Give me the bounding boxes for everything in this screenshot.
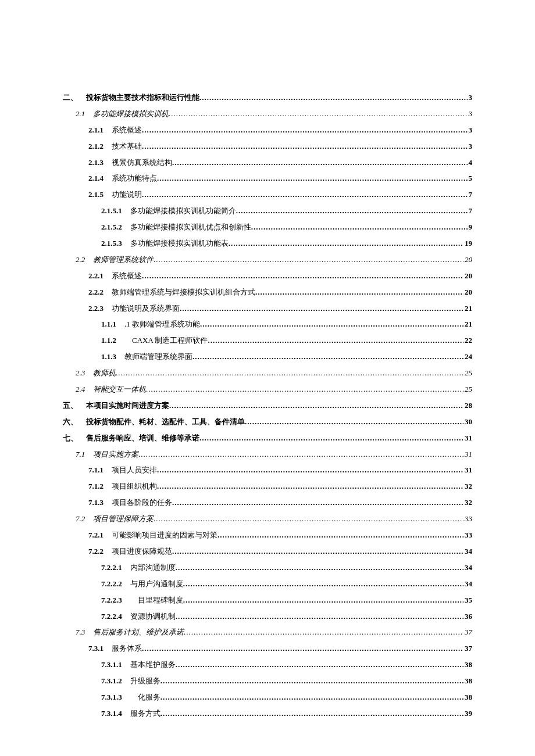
toc-title: 服务方式 — [130, 709, 160, 719]
toc-title: 项目管理保障方案 — [93, 514, 154, 524]
toc-page-number: 33 — [463, 531, 472, 540]
toc-number: 1.1.1 — [101, 320, 116, 329]
toc-title: 技术基础 — [112, 142, 142, 152]
toc-leader-dots — [184, 628, 463, 637]
toc-number: 七、 — [63, 433, 78, 443]
toc-leader-dots — [142, 126, 468, 135]
toc-entry: 7.2.2.3 目里程碑制度35 — [63, 596, 472, 605]
toc-entry: 1.1.1.1 教师端管理系统功能21 — [63, 320, 472, 329]
toc-title: 项目人员安排 — [112, 465, 157, 475]
toc-page-number: 3 — [468, 109, 473, 119]
toc-page-number: 33 — [463, 514, 472, 524]
toc-title: 与用户沟通制度 — [130, 579, 183, 589]
toc-page-number: 20 — [463, 255, 472, 265]
toc-entry: 7.2.1可能影响项目进度的因素与对策33 — [63, 531, 472, 540]
toc-entry: 二、投标货物主要技术指标和运行性能3 — [63, 93, 472, 103]
toc-page-number: 36 — [463, 612, 472, 622]
toc-title: 目里程碑制度 — [130, 596, 183, 605]
toc-number: 7.2.2 — [88, 547, 104, 557]
toc-leader-dots — [245, 417, 463, 427]
toc-leader-dots — [157, 482, 463, 492]
toc-entry: 7.3.1服务体系37 — [63, 644, 472, 654]
toc-entry: 7.1.2项目组织机构32 — [63, 482, 472, 492]
toc-page-number: 32 — [463, 498, 472, 508]
toc-title: 售后服务计划、维护及承诺 — [93, 628, 184, 637]
toc-number: 2.2.2 — [88, 288, 104, 298]
toc-page-number: 30 — [463, 417, 472, 427]
toc-entry: 7.1项目实施方案31 — [63, 450, 472, 460]
toc-entry: 7.2.2.4资源协调机制36 — [63, 612, 472, 622]
toc-number: 2.1.5.2 — [101, 223, 122, 232]
toc-number: 7.2.1 — [88, 531, 104, 540]
toc-entry: 2.1.5.1多功能焊接模拟实训机功能简介7 — [63, 206, 472, 216]
toc-leader-dots — [154, 255, 463, 265]
toc-page-number: 20 — [463, 288, 472, 298]
toc-leader-dots — [169, 401, 463, 411]
toc-leader-dots — [229, 239, 463, 249]
toc-page-number: 7 — [468, 190, 473, 200]
toc-title: 资源协调机制 — [130, 612, 176, 622]
toc-entry: 2.1.5功能说明7 — [63, 190, 472, 200]
toc-title: 服务体系 — [112, 644, 142, 654]
toc-title: 项目组织机构 — [112, 482, 157, 492]
toc-number: 二、 — [63, 93, 78, 103]
toc-leader-dots — [199, 93, 468, 103]
toc-page-number: 34 — [463, 579, 472, 589]
toc-title: 多功能焊接模拟实训机 — [93, 109, 169, 119]
toc-number: 7.2.2.3 — [101, 596, 122, 605]
toc-number: 2.3 — [76, 368, 85, 378]
toc-entry: 7.3.1.4服务方式39 — [63, 709, 472, 719]
toc-number: 2.2 — [76, 255, 85, 265]
toc-leader-dots — [255, 288, 463, 298]
toc-title: 售后服务响应、培训、维修等承诺 — [86, 433, 199, 443]
toc-title: 系统概述 — [112, 271, 142, 281]
toc-entry: 2.1.3视景仿真系统结构4 — [63, 158, 472, 168]
toc-page-number: 38 — [463, 660, 472, 670]
toc-page-number: 20 — [463, 271, 472, 281]
toc-page-number: 32 — [463, 482, 472, 492]
toc-leader-dots — [160, 709, 463, 719]
toc-title: 多功能焊接模拟实训机功能简介 — [130, 206, 236, 216]
toc-title: 教师管理系统软件 — [93, 255, 154, 265]
toc-page-number: 31 — [463, 465, 472, 475]
toc-leader-dots — [236, 206, 468, 216]
toc-leader-dots — [157, 174, 468, 184]
toc-entry: 2.1多功能焊接模拟实训机3 — [63, 109, 472, 119]
toc-leader-dots — [142, 142, 468, 152]
toc-entry: 六、投标货物配件、耗材、选配件、工具、备件清单30 — [63, 417, 472, 427]
toc-entry: 7.2.2.1内部沟通制度34 — [63, 563, 472, 573]
toc-title: 多功能焊接模拟实训机优点和创新性 — [130, 223, 251, 232]
toc-title: 功能说明及系统界面 — [112, 304, 180, 314]
toc-leader-dots — [172, 547, 463, 557]
toc-number: 7.1.2 — [88, 482, 104, 492]
toc-entry: 7.3.1.2升级服务38 — [63, 676, 472, 686]
toc-title: 教师机 — [93, 368, 116, 378]
toc-number: 2.1.5.1 — [101, 206, 122, 216]
toc-entry: 7.1.3项目各阶段的任务32 — [63, 498, 472, 508]
toc-title: 升级服务 — [130, 676, 160, 686]
toc-number: 7.2.2.2 — [101, 579, 122, 589]
toc-page-number: 21 — [463, 320, 472, 329]
toc-leader-dots — [176, 660, 463, 670]
toc-entry: 7.2.2项目进度保障规范34 — [63, 547, 472, 557]
toc-leader-dots — [160, 676, 463, 686]
toc-title: 本项目实施时间进度方案 — [86, 401, 169, 411]
toc-page-number: 38 — [463, 676, 472, 686]
toc-title: 多功能焊接模拟实训机功能表 — [130, 239, 229, 249]
toc-entry: 2.1.5.3多功能焊接模拟实训机功能表19 — [63, 239, 472, 249]
toc-page-number: 31 — [463, 433, 472, 443]
toc-entry: 7.2.2.2与用户沟通制度34 — [63, 579, 472, 589]
toc-title: 功能说明 — [112, 190, 142, 200]
toc-leader-dots — [169, 109, 467, 119]
toc-number: 7.1 — [76, 450, 85, 460]
toc-number: 2.1.2 — [88, 142, 104, 152]
toc-leader-dots — [160, 693, 463, 703]
toc-number: 2.1.3 — [88, 158, 104, 168]
toc-title: 项目进度保障规范 — [112, 547, 172, 557]
toc-title: 项目实施方案 — [93, 450, 138, 460]
toc-leader-dots — [192, 352, 463, 362]
toc-number: 7.2 — [76, 514, 85, 524]
toc-number: 7.3.1.1 — [101, 660, 122, 670]
toc-leader-dots — [172, 158, 468, 168]
toc-number: 7.3 — [76, 628, 85, 637]
